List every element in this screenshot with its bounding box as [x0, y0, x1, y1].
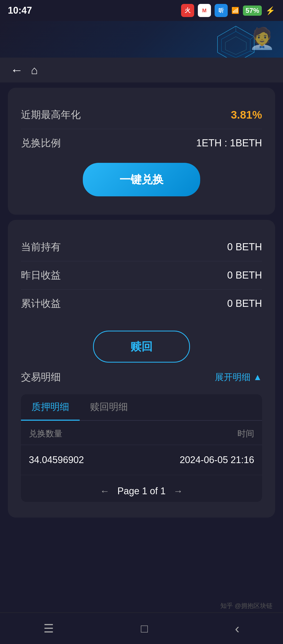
exchange-rate-value: 1ETH : 1BETH: [196, 137, 262, 149]
col-amount: 兑换数量: [29, 428, 62, 440]
exchange-rate-label: 兑换比例: [21, 136, 61, 150]
row-amount: 34.04596902: [29, 454, 84, 465]
person-decoration: 🧑‍💼: [249, 26, 275, 51]
table-row: 34.04596902 2024-06-05 21:16: [21, 445, 262, 475]
holding-row: 当前持有 0 BETH: [21, 233, 262, 261]
annual-rate-value: 3.81%: [231, 109, 262, 121]
cumulative-row: 累计收益 0 BETH: [21, 290, 262, 318]
svg-marker-1: [221, 31, 250, 58]
expand-button[interactable]: 展开明细 ▲: [215, 371, 262, 383]
top-card: 近期最高年化 3.81% 兑换比例 1ETH : 1BETH 一键兑换: [8, 88, 275, 215]
svg-line-5: [250, 51, 254, 52]
tab-redeem[interactable]: 赎回明细: [80, 394, 138, 421]
tx-title: 交易明细: [21, 370, 61, 384]
tab-pledge[interactable]: 质押明细: [21, 394, 80, 421]
bottom-nav: ☰ □ ‹: [0, 613, 283, 644]
yesterday-row: 昨日收益 0 BETH: [21, 261, 262, 290]
page-indicator: Page 1 of 1: [117, 486, 166, 497]
row-time: 2024-06-05 21:16: [180, 454, 254, 465]
back-nav-button[interactable]: ‹: [230, 615, 244, 642]
pagination: ← Page 1 of 1 →: [21, 475, 262, 502]
bottom-card: 当前持有 0 BETH 昨日收益 0 BETH 累计收益 0 BETH 赎回 交…: [8, 220, 275, 518]
table-header: 兑换数量 时间: [21, 421, 262, 445]
app-icon-gmail: M: [198, 4, 211, 17]
charging-icon: ⚡: [265, 6, 275, 15]
redeem-button[interactable]: 赎回: [93, 331, 190, 363]
back-button[interactable]: ←: [10, 63, 23, 77]
prev-page-button[interactable]: ←: [100, 486, 110, 497]
tabs: 质押明细 赎回明细: [21, 394, 262, 421]
watermark: 知乎 @拥抱区块链: [220, 602, 273, 610]
col-time: 时间: [237, 428, 254, 440]
cumulative-label: 累计收益: [21, 297, 61, 310]
cumulative-value: 0 BETH: [227, 298, 262, 309]
menu-button[interactable]: ☰: [38, 617, 59, 640]
status-icons: 火 M 听 📶 57% ⚡: [181, 4, 275, 17]
top-decoration: 🧑‍💼: [0, 21, 283, 58]
annual-rate-row: 近期最高年化 3.81%: [21, 101, 262, 129]
app-icon-1: 火: [181, 4, 194, 17]
next-page-button[interactable]: →: [173, 486, 183, 497]
signal-icons: 📶: [231, 7, 239, 14]
holding-label: 当前持有: [21, 240, 61, 254]
home-icon[interactable]: ⌂: [31, 64, 38, 77]
expand-label: 展开明细: [215, 371, 251, 383]
status-time: 10:47: [8, 5, 32, 16]
status-bar: 10:47 火 M 听 📶 57% ⚡: [0, 0, 283, 21]
svg-marker-2: [225, 37, 246, 54]
annual-rate-label: 近期最高年化: [21, 108, 81, 121]
tx-header: 交易明细 展开明细 ▲: [21, 365, 262, 392]
app-icon-3: 听: [215, 4, 228, 17]
home-button[interactable]: □: [136, 617, 153, 640]
yesterday-label: 昨日收益: [21, 269, 61, 282]
nav-bar: ← ⌂: [0, 58, 283, 82]
exchange-rate-row: 兑换比例 1ETH : 1BETH: [21, 129, 262, 150]
transaction-detail-card: 质押明细 赎回明细 兑换数量 时间 34.04596902 2024-06-05…: [21, 394, 262, 502]
yesterday-value: 0 BETH: [227, 270, 262, 281]
exchange-button[interactable]: 一键兑换: [83, 163, 200, 196]
wifi-icon: 📶: [231, 7, 239, 14]
expand-icon: ▲: [253, 372, 262, 382]
holding-value: 0 BETH: [227, 241, 262, 253]
battery-indicator: 57%: [243, 5, 262, 16]
